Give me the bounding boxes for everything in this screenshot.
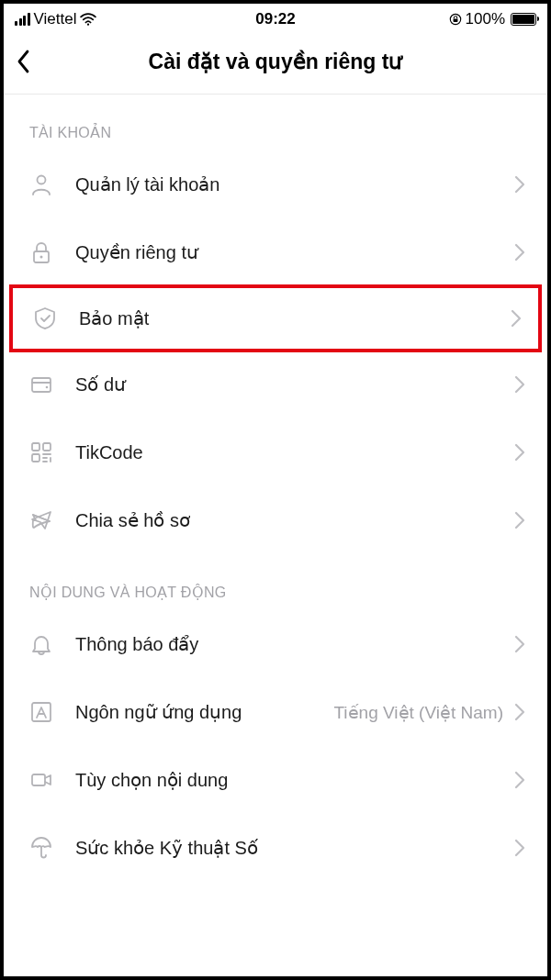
orientation-lock-icon (449, 13, 462, 26)
svg-rect-6 (32, 378, 51, 392)
chevron-right-icon (514, 243, 525, 262)
status-time: 09:22 (255, 10, 295, 28)
svg-rect-9 (43, 443, 51, 451)
svg-rect-11 (32, 703, 51, 721)
umbrella-icon (28, 834, 55, 862)
item-manage-account[interactable]: Quản lý tài khoản (4, 150, 547, 218)
battery-icon (511, 13, 536, 26)
chevron-right-icon (514, 635, 525, 653)
back-button[interactable] (17, 48, 44, 75)
lock-icon (28, 239, 55, 266)
qr-icon (28, 439, 55, 466)
svg-point-7 (46, 386, 49, 389)
share-icon (28, 507, 55, 534)
status-bar: Viettel 09:22 100% (4, 4, 547, 31)
page-title: Cài đặt và quyền riêng tư (149, 50, 403, 74)
item-digital-wellbeing[interactable]: Sức khỏe Kỹ thuật Số (4, 814, 547, 882)
chevron-right-icon (514, 175, 525, 194)
section-header-content: NỘI DUNG VÀ HOẠT ĐỘNG (4, 554, 547, 610)
item-label: Sức khỏe Kỹ thuật Số (75, 837, 514, 859)
carrier-label: Viettel (34, 10, 77, 28)
item-push-notifications[interactable]: Thông báo đẩy (4, 610, 547, 678)
battery-percent: 100% (466, 10, 505, 28)
chevron-right-icon (514, 703, 525, 721)
wallet-icon (28, 371, 55, 398)
svg-point-5 (40, 256, 43, 259)
item-share-profile[interactable]: Chia sẻ hồ sơ (4, 486, 547, 554)
chevron-right-icon (514, 375, 525, 394)
shield-icon (31, 305, 59, 332)
chevron-right-icon (514, 511, 525, 529)
item-value: Tiếng Việt (Việt Nam) (333, 702, 503, 723)
video-icon (28, 766, 55, 794)
person-icon (28, 171, 55, 198)
item-label: Chia sẻ hồ sơ (75, 509, 514, 531)
chevron-right-icon (514, 839, 525, 857)
item-content-preferences[interactable]: Tùy chọn nội dung (4, 746, 547, 814)
section-header-account: TÀI KHOẢN (4, 95, 547, 150)
language-icon (28, 698, 55, 726)
svg-rect-8 (32, 443, 39, 451)
svg-rect-10 (32, 454, 39, 462)
svg-rect-12 (32, 774, 45, 785)
item-privacy[interactable]: Quyền riêng tư (4, 218, 547, 286)
item-app-language[interactable]: Ngôn ngữ ứng dụng Tiếng Việt (Việt Nam) (4, 678, 547, 746)
chevron-left-icon (17, 50, 31, 73)
svg-rect-2 (453, 18, 457, 22)
wifi-icon (80, 13, 96, 26)
chevron-right-icon (514, 443, 525, 462)
item-security[interactable]: Bảo mật (9, 284, 542, 352)
chevron-right-icon (511, 309, 522, 328)
chevron-right-icon (514, 771, 525, 789)
svg-point-0 (87, 24, 89, 26)
item-label: Thông báo đẩy (75, 633, 514, 655)
item-label: Ngôn ngữ ứng dụng (75, 701, 333, 723)
item-label: Số dư (75, 373, 514, 395)
status-left: Viettel (15, 10, 96, 28)
item-label: Bảo mật (79, 307, 511, 329)
item-tikcode[interactable]: TikCode (4, 418, 547, 486)
item-balance[interactable]: Số dư (4, 351, 547, 418)
status-right: 100% (449, 10, 536, 28)
item-label: Quyền riêng tư (75, 241, 514, 263)
item-label: Tùy chọn nội dung (75, 769, 514, 791)
item-label: Quản lý tài khoản (75, 173, 514, 195)
page-header: Cài đặt và quyền riêng tư (4, 31, 547, 94)
item-label: TikCode (75, 442, 514, 463)
bell-icon (28, 630, 55, 658)
signal-icon (15, 13, 30, 26)
svg-point-3 (38, 176, 46, 184)
